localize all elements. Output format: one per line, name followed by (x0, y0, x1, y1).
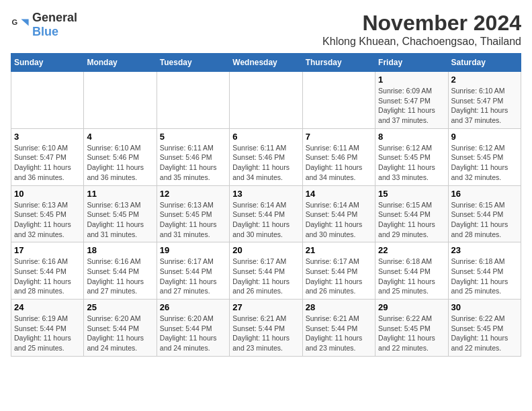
calendar-cell (157, 72, 229, 129)
day-number: 14 (306, 189, 372, 199)
calendar-cell: 24Sunrise: 6:19 AM Sunset: 5:44 PM Dayli… (11, 300, 84, 357)
logo-general: General (32, 11, 77, 24)
day-info: Sunrise: 6:13 AM Sunset: 5:45 PM Dayligh… (160, 200, 226, 240)
calendar-cell: 18Sunrise: 6:16 AM Sunset: 5:44 PM Dayli… (84, 242, 157, 300)
day-number: 28 (306, 302, 372, 312)
calendar-cell: 8Sunrise: 6:12 AM Sunset: 5:45 PM Daylig… (375, 128, 448, 185)
day-info: Sunrise: 6:15 AM Sunset: 5:44 PM Dayligh… (451, 200, 518, 240)
calendar-cell: 14Sunrise: 6:14 AM Sunset: 5:44 PM Dayli… (302, 185, 375, 242)
day-number: 8 (378, 132, 445, 142)
day-number: 16 (451, 189, 518, 199)
day-number: 2 (451, 75, 518, 85)
day-number: 29 (378, 302, 445, 312)
calendar-cell: 7Sunrise: 6:11 AM Sunset: 5:46 PM Daylig… (302, 128, 375, 185)
logo-blue: Blue (32, 25, 58, 38)
day-number: 23 (451, 245, 518, 255)
day-info: Sunrise: 6:22 AM Sunset: 5:45 PM Dayligh… (451, 314, 518, 353)
day-info: Sunrise: 6:13 AM Sunset: 5:45 PM Dayligh… (87, 200, 153, 240)
week-row-5: 24Sunrise: 6:19 AM Sunset: 5:44 PM Dayli… (11, 300, 521, 357)
day-number: 30 (451, 302, 518, 312)
calendar-cell: 17Sunrise: 6:16 AM Sunset: 5:44 PM Dayli… (11, 242, 84, 300)
calendar-cell: 10Sunrise: 6:13 AM Sunset: 5:45 PM Dayli… (11, 185, 84, 242)
week-row-3: 10Sunrise: 6:13 AM Sunset: 5:45 PM Dayli… (11, 185, 521, 242)
calendar-cell: 30Sunrise: 6:22 AM Sunset: 5:45 PM Dayli… (448, 300, 521, 357)
day-info: Sunrise: 6:21 AM Sunset: 5:44 PM Dayligh… (232, 314, 299, 353)
svg-marker-1 (21, 19, 28, 26)
day-info: Sunrise: 6:19 AM Sunset: 5:44 PM Dayligh… (14, 314, 81, 353)
week-row-1: 1Sunrise: 6:09 AM Sunset: 5:47 PM Daylig… (11, 72, 521, 129)
day-number: 10 (14, 189, 81, 199)
day-number: 24 (14, 302, 81, 312)
day-info: Sunrise: 6:18 AM Sunset: 5:44 PM Dayligh… (378, 257, 445, 296)
day-info: Sunrise: 6:10 AM Sunset: 5:46 PM Dayligh… (87, 143, 153, 183)
day-info: Sunrise: 6:14 AM Sunset: 5:44 PM Dayligh… (306, 200, 372, 240)
day-number: 5 (160, 132, 226, 142)
title-area: November 2024 Khlong Khuean, Chachoengsa… (322, 11, 521, 48)
calendar-cell: 27Sunrise: 6:21 AM Sunset: 5:44 PM Dayli… (230, 300, 302, 357)
day-number: 25 (87, 302, 153, 312)
calendar-cell: 1Sunrise: 6:09 AM Sunset: 5:47 PM Daylig… (375, 72, 448, 129)
day-info: Sunrise: 6:16 AM Sunset: 5:44 PM Dayligh… (14, 257, 81, 296)
day-number: 21 (306, 245, 372, 255)
week-row-4: 17Sunrise: 6:16 AM Sunset: 5:44 PM Dayli… (11, 242, 521, 300)
day-info: Sunrise: 6:10 AM Sunset: 5:47 PM Dayligh… (14, 143, 81, 183)
day-info: Sunrise: 6:22 AM Sunset: 5:45 PM Dayligh… (378, 314, 445, 353)
day-info: Sunrise: 6:17 AM Sunset: 5:44 PM Dayligh… (232, 257, 299, 296)
calendar-cell: 3Sunrise: 6:10 AM Sunset: 5:47 PM Daylig… (11, 128, 84, 185)
calendar-cell: 9Sunrise: 6:12 AM Sunset: 5:45 PM Daylig… (448, 128, 521, 185)
day-info: Sunrise: 6:11 AM Sunset: 5:46 PM Dayligh… (306, 143, 372, 183)
day-number: 9 (451, 132, 518, 142)
calendar-cell: 20Sunrise: 6:17 AM Sunset: 5:44 PM Dayli… (230, 242, 302, 300)
calendar-cell: 6Sunrise: 6:11 AM Sunset: 5:46 PM Daylig… (230, 128, 302, 185)
day-number: 6 (232, 132, 299, 142)
day-number: 4 (87, 132, 153, 142)
weekday-header-row: SundayMondayTuesdayWednesdayThursdayFrid… (11, 54, 521, 72)
month-title: November 2024 (322, 11, 521, 36)
day-number: 13 (232, 189, 299, 199)
day-number: 15 (378, 189, 445, 199)
week-row-2: 3Sunrise: 6:10 AM Sunset: 5:47 PM Daylig… (11, 128, 521, 185)
day-info: Sunrise: 6:10 AM Sunset: 5:47 PM Dayligh… (451, 86, 518, 126)
day-number: 19 (160, 245, 226, 255)
calendar-cell: 22Sunrise: 6:18 AM Sunset: 5:44 PM Dayli… (375, 242, 448, 300)
location-title: Khlong Khuean, Chachoengsao, Thailand (322, 36, 521, 48)
day-info: Sunrise: 6:15 AM Sunset: 5:44 PM Dayligh… (378, 200, 445, 240)
weekday-header-tuesday: Tuesday (157, 54, 229, 72)
weekday-header-wednesday: Wednesday (230, 54, 302, 72)
day-info: Sunrise: 6:12 AM Sunset: 5:45 PM Dayligh… (451, 143, 518, 183)
day-info: Sunrise: 6:14 AM Sunset: 5:44 PM Dayligh… (232, 200, 299, 240)
day-info: Sunrise: 6:21 AM Sunset: 5:44 PM Dayligh… (306, 314, 372, 353)
calendar-cell: 26Sunrise: 6:20 AM Sunset: 5:44 PM Dayli… (157, 300, 229, 357)
calendar-cell: 15Sunrise: 6:15 AM Sunset: 5:44 PM Dayli… (375, 185, 448, 242)
svg-text:G: G (11, 18, 17, 26)
calendar-table: SundayMondayTuesdayWednesdayThursdayFrid… (11, 53, 521, 357)
day-number: 11 (87, 189, 153, 199)
day-info: Sunrise: 6:16 AM Sunset: 5:44 PM Dayligh… (87, 257, 153, 296)
calendar-cell: 29Sunrise: 6:22 AM Sunset: 5:45 PM Dayli… (375, 300, 448, 357)
day-info: Sunrise: 6:20 AM Sunset: 5:44 PM Dayligh… (87, 314, 153, 353)
calendar-cell: 21Sunrise: 6:17 AM Sunset: 5:44 PM Dayli… (302, 242, 375, 300)
logo-icon: G (11, 15, 30, 34)
day-number: 1 (378, 75, 445, 85)
day-number: 26 (160, 302, 226, 312)
day-info: Sunrise: 6:17 AM Sunset: 5:44 PM Dayligh… (160, 257, 226, 296)
day-info: Sunrise: 6:11 AM Sunset: 5:46 PM Dayligh… (160, 143, 226, 183)
weekday-header-friday: Friday (375, 54, 448, 72)
calendar-cell: 19Sunrise: 6:17 AM Sunset: 5:44 PM Dayli… (157, 242, 229, 300)
weekday-header-monday: Monday (84, 54, 157, 72)
day-info: Sunrise: 6:11 AM Sunset: 5:46 PM Dayligh… (232, 143, 299, 183)
calendar-cell (302, 72, 375, 129)
logo: G General Blue (11, 11, 77, 39)
calendar-cell: 25Sunrise: 6:20 AM Sunset: 5:44 PM Dayli… (84, 300, 157, 357)
calendar-cell: 13Sunrise: 6:14 AM Sunset: 5:44 PM Dayli… (230, 185, 302, 242)
day-info: Sunrise: 6:20 AM Sunset: 5:44 PM Dayligh… (160, 314, 226, 353)
weekday-header-saturday: Saturday (448, 54, 521, 72)
calendar-cell: 12Sunrise: 6:13 AM Sunset: 5:45 PM Dayli… (157, 185, 229, 242)
day-info: Sunrise: 6:13 AM Sunset: 5:45 PM Dayligh… (14, 200, 81, 240)
page-header: G General Blue November 2024 Khlong Khue… (11, 11, 521, 48)
weekday-header-sunday: Sunday (11, 54, 84, 72)
day-info: Sunrise: 6:17 AM Sunset: 5:44 PM Dayligh… (306, 257, 372, 296)
day-number: 17 (14, 245, 81, 255)
day-info: Sunrise: 6:12 AM Sunset: 5:45 PM Dayligh… (378, 143, 445, 183)
day-number: 20 (232, 245, 299, 255)
